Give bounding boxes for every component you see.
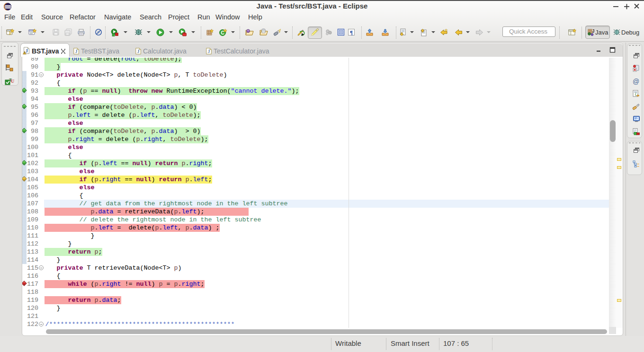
svg-text:J: J [137, 49, 139, 54]
svg-text:J: J [592, 29, 594, 34]
svg-text:¶: ¶ [350, 29, 353, 36]
svg-text:C: C [221, 30, 224, 35]
svg-text:J: J [207, 49, 210, 54]
svg-text:U: U [11, 79, 14, 84]
svg-text:@: @ [633, 78, 639, 85]
svg-text:J: J [25, 48, 28, 53]
svg-text:J: J [75, 49, 77, 54]
